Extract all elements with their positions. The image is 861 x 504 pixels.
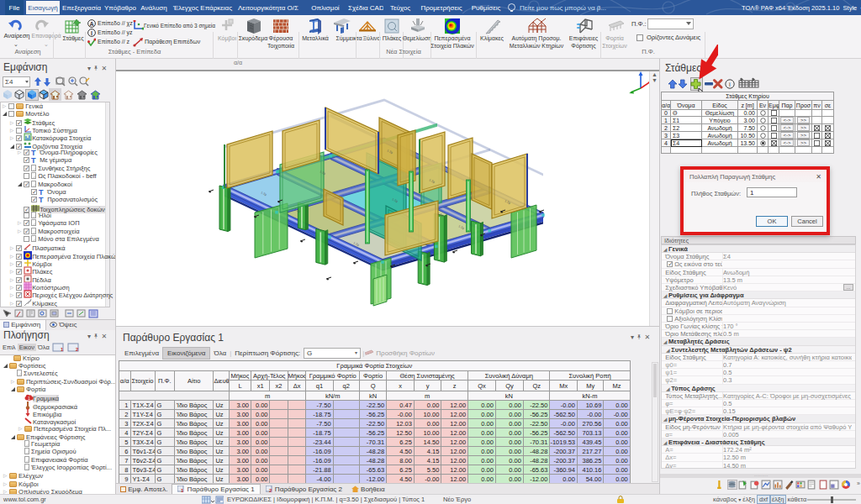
svg-text:i: i: [729, 81, 731, 88]
svg-text:I: I: [91, 30, 92, 36]
svg-text:A: A: [89, 21, 93, 27]
